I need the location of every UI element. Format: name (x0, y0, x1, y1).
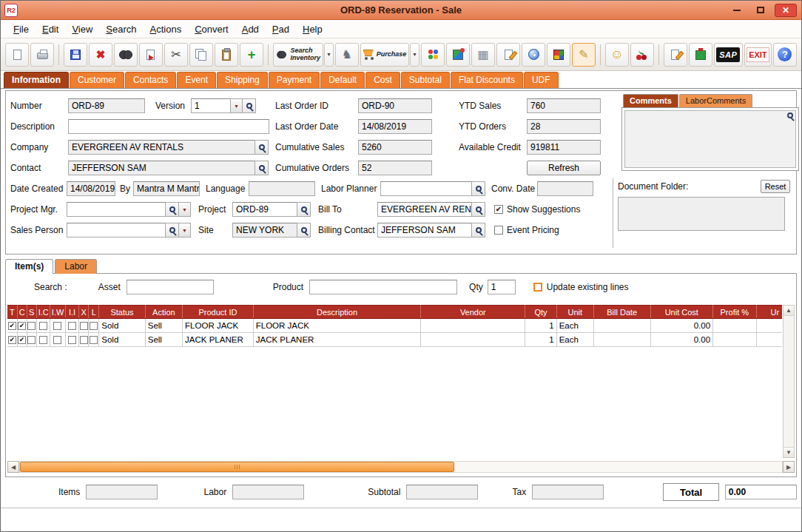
company-search-button[interactable] (255, 140, 269, 155)
new-button[interactable] (5, 43, 29, 67)
tab-flat-discounts[interactable]: Flat Discounts (451, 72, 523, 88)
row-checkbox[interactable] (90, 322, 98, 330)
row-checkbox[interactable] (90, 336, 98, 344)
sales-person-search-button[interactable] (165, 223, 179, 238)
comments-search-icon[interactable] (787, 112, 793, 118)
tab-cost[interactable]: Cost (365, 72, 400, 88)
highlight-pen-button[interactable]: ✎ (572, 43, 596, 67)
qty-input[interactable]: 1 (488, 280, 516, 294)
find-button[interactable] (114, 43, 138, 67)
asset-input[interactable] (127, 280, 214, 294)
billing-contact-field[interactable]: JEFFERSON SAM (377, 223, 472, 238)
menu-file[interactable]: File (7, 21, 36, 37)
copy-button[interactable] (189, 43, 213, 67)
comments-textarea[interactable] (624, 110, 796, 168)
menu-view[interactable]: View (65, 21, 99, 37)
row-checkbox[interactable]: ✔ (18, 322, 26, 330)
event-pricing-checkbox[interactable] (494, 226, 503, 235)
exit-button[interactable]: EXIT (744, 43, 772, 67)
tab-shipping[interactable]: Shipping (217, 72, 268, 88)
purchase-dropdown-button[interactable]: ▼ (410, 43, 419, 67)
scroll-down-button[interactable]: ▼ (784, 447, 794, 457)
tab-customer[interactable]: Customer (70, 72, 124, 88)
search-inventory-dropdown-button[interactable]: ▼ (324, 43, 334, 67)
delete-button[interactable]: ✖ (89, 43, 112, 67)
row-checkbox[interactable] (27, 336, 36, 344)
purchase-button[interactable]: Purchase (360, 43, 409, 67)
menu-pad[interactable]: Pad (266, 21, 296, 37)
print-button[interactable] (30, 43, 54, 67)
minimize-button[interactable] (727, 4, 747, 17)
save-button[interactable] (64, 43, 87, 67)
cut-button[interactable]: ✂ (164, 43, 188, 67)
table-row[interactable]: ✔ ✔ Sold Sell FLOOR JACK FLOOR JACK 1 (7, 319, 782, 333)
horizontal-scrollbar[interactable]: ◀ ▶ (7, 461, 795, 473)
sales-person-dropdown-button[interactable]: ▼ (178, 223, 191, 238)
sales-person-field[interactable] (67, 223, 166, 238)
menu-actions[interactable]: Actions (144, 21, 189, 37)
site-search-button[interactable] (297, 223, 311, 238)
menu-convert[interactable]: Convert (188, 21, 235, 37)
sap-button[interactable]: SAP (714, 43, 743, 67)
row-checkbox[interactable] (39, 322, 47, 330)
scrollbar-track[interactable] (19, 461, 783, 473)
tab-comments[interactable]: Comments (623, 94, 678, 107)
cube-button[interactable] (547, 43, 570, 67)
cherries-button[interactable] (630, 43, 654, 67)
tab-udf[interactable]: UDF (524, 72, 559, 88)
tab-items[interactable]: Item(s) (5, 259, 53, 274)
project-mgr-search-button[interactable] (165, 202, 179, 217)
convert-button[interactable] (446, 43, 470, 67)
export-button[interactable] (139, 43, 163, 67)
reset-button[interactable]: Reset (761, 180, 790, 193)
maximize-button[interactable] (751, 4, 770, 17)
row-checkbox[interactable] (68, 322, 76, 330)
menu-add[interactable]: Add (235, 21, 266, 37)
version-field[interactable]: 1 (191, 98, 231, 113)
paste-button[interactable] (215, 43, 238, 67)
version-search-button[interactable] (242, 98, 256, 113)
description-field[interactable] (68, 119, 269, 134)
tab-default[interactable]: Default (320, 72, 365, 88)
tab-payment[interactable]: Payment (269, 72, 320, 88)
menu-edit[interactable]: Edit (36, 21, 65, 37)
labor-planner-search-button[interactable] (471, 181, 485, 196)
tab-event[interactable]: Event (177, 72, 216, 88)
scroll-right-button[interactable]: ▶ (783, 461, 795, 473)
row-checkbox[interactable] (68, 336, 76, 344)
add-line-button[interactable]: + (240, 43, 263, 67)
tab-labor[interactable]: Labor (55, 259, 97, 274)
update-existing-checkbox[interactable] (533, 283, 542, 292)
search-inventory-button[interactable]: SearchInventory (273, 43, 323, 67)
row-checkbox[interactable]: ✔ (8, 322, 16, 330)
project-mgr-dropdown-button[interactable]: ▼ (178, 202, 191, 217)
smiley-button[interactable]: ☺ (605, 43, 629, 67)
row-checkbox[interactable] (53, 336, 61, 344)
menu-search[interactable]: Search (99, 21, 143, 37)
row-checkbox[interactable]: ✔ (18, 336, 26, 344)
version-dropdown-button[interactable]: ▼ (230, 98, 243, 113)
disc-button[interactable] (522, 43, 545, 67)
refresh-button[interactable]: Refresh (527, 161, 601, 175)
notes-button[interactable] (664, 43, 687, 67)
tab-labor-comments[interactable]: LaborComments (679, 94, 752, 107)
grid-view-button[interactable]: ▦ (471, 43, 495, 67)
row-checkbox[interactable]: ✔ (8, 336, 16, 344)
project-search-button[interactable] (297, 202, 311, 217)
package-button[interactable] (689, 43, 712, 67)
product-input[interactable] (309, 280, 457, 294)
row-checkbox[interactable] (80, 336, 88, 344)
project-field[interactable]: ORD-89 (232, 202, 297, 217)
vertical-scrollbar[interactable]: ▲ ▼ (783, 305, 795, 458)
help-button[interactable]: ? (773, 43, 797, 67)
tab-subtotal[interactable]: Subtotal (401, 72, 450, 88)
billing-contact-search-button[interactable] (471, 223, 485, 238)
row-checkbox[interactable] (53, 322, 61, 330)
menu-help[interactable]: Help (296, 21, 329, 37)
bill-to-search-button[interactable] (471, 202, 485, 217)
close-button[interactable]: ✕ (775, 4, 797, 17)
row-checkbox[interactable] (39, 336, 47, 344)
quick-find-button[interactable]: ♞ (335, 43, 359, 67)
bill-to-field[interactable]: EVERGREEN AV RENT (377, 202, 472, 217)
edit-document-button[interactable] (496, 43, 520, 67)
